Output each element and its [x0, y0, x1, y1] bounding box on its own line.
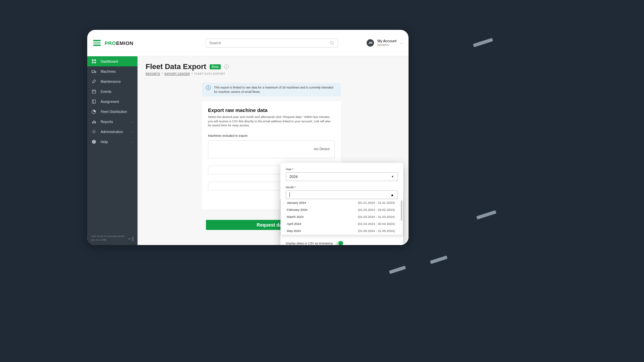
page-title: Fleet Data Export — [146, 62, 206, 71]
svg-point-7 — [92, 72, 93, 73]
gear-icon — [91, 129, 97, 134]
beta-badge: Beta — [210, 64, 221, 69]
breadcrumb-export-center[interactable]: EXPORT CENTER — [164, 72, 190, 75]
account-menu[interactable]: JR My Account fairdemo ⌄ — [367, 39, 402, 47]
svg-point-0 — [330, 41, 333, 44]
breadcrumb-current: FLEET DATA EXPORT — [195, 72, 225, 75]
svg-line-1 — [333, 44, 334, 45]
brand-logo[interactable]: PROEMION — [93, 40, 177, 46]
month-option[interactable]: January 2024(01.01.2024 - 31.01.2024) — [281, 199, 401, 206]
card-description: Select the desired year and month and af… — [208, 115, 335, 128]
top-header: PROEMION JR My Account fairdemo ⌄ — [87, 30, 409, 56]
info-icon: i — [206, 85, 211, 90]
date-selection-popup: Year * 2024 ▼ Month * ▲ January 2024(01.… — [280, 163, 403, 245]
svg-point-18 — [93, 131, 95, 132]
search-icon — [330, 41, 334, 45]
sidebar-item-maintenance[interactable]: Maintenance — [87, 76, 138, 86]
timestamp-toggle-row: Display dates in CSV as timestamp — [286, 235, 398, 245]
chevron-down-icon: ⌄ — [131, 130, 133, 133]
svg-rect-2 — [92, 59, 94, 61]
chevron-down-icon: ⌄ — [131, 140, 133, 143]
svg-rect-13 — [92, 100, 95, 104]
sidebar-item-assignment[interactable]: Assignment — [87, 97, 138, 107]
book-icon — [91, 99, 97, 104]
timestamp-toggle[interactable] — [336, 241, 343, 245]
chevron-down-icon: ⌄ — [400, 41, 402, 45]
month-label: Month * — [286, 186, 398, 189]
account-text: My Account fairdemo — [377, 39, 396, 47]
month-option[interactable]: May 2024(01.05.2024 - 31.05.2024) — [281, 227, 401, 234]
sidebar-item-fleet-distribution[interactable]: Fleet Distribution — [87, 107, 138, 117]
sidebar-item-help[interactable]: i Help ⌄ — [87, 137, 138, 147]
sidebar: Dashboard Machines Maintenance Events As… — [87, 56, 138, 245]
sidebar-footer: Lab mode is currently active pro 11.1.84… — [87, 231, 138, 245]
info-banner: i This export is limited to raw data for… — [202, 83, 341, 97]
application-window: PROEMION JR My Account fairdemo ⌄ Dashbo… — [87, 30, 409, 245]
pie-icon — [91, 109, 97, 114]
sidebar-item-machines[interactable]: Machines — [87, 66, 138, 76]
sidebar-item-label: Dashboard — [101, 59, 118, 63]
svg-rect-4 — [92, 62, 94, 63]
search-field[interactable] — [209, 41, 330, 45]
search-input[interactable] — [206, 39, 338, 48]
svg-point-8 — [95, 72, 95, 73]
chevron-down-icon: ▼ — [391, 175, 394, 178]
info-icon[interactable]: i — [224, 64, 229, 69]
machines-field[interactable]: mo Device — [208, 140, 335, 158]
sidebar-item-events[interactable]: Events — [87, 86, 138, 97]
sidebar-item-label: Administration — [101, 130, 123, 134]
sidebar-item-label: Reports — [101, 120, 113, 124]
svg-rect-5 — [94, 62, 96, 63]
month-option[interactable]: March 2024(01.03.2024 - 31.03.2024) — [281, 213, 401, 220]
brand-text: PROEMION — [105, 40, 133, 46]
machines-label: Machines included in export — [208, 134, 335, 137]
svg-rect-17 — [95, 121, 96, 123]
sidebar-item-dashboard[interactable]: Dashboard — [87, 56, 138, 66]
svg-rect-6 — [92, 70, 95, 72]
sidebar-item-reports[interactable]: Reports ⌄ — [87, 117, 138, 127]
svg-text:i: i — [94, 140, 94, 143]
sidebar-item-administration[interactable]: Administration ⌄ — [87, 127, 138, 137]
sidebar-item-label: Assignment — [101, 100, 119, 104]
month-select[interactable]: ▲ — [286, 190, 398, 199]
month-option[interactable]: April 2024(01.04.2024 - 30.04.2024) — [281, 220, 401, 227]
info-icon: i — [91, 139, 97, 144]
year-label: Year * — [286, 168, 398, 171]
tools-icon — [91, 79, 97, 84]
bars-icon — [91, 119, 97, 124]
sidebar-item-label: Maintenance — [101, 79, 121, 83]
sidebar-item-label: Events — [101, 89, 111, 94]
svg-rect-9 — [92, 90, 96, 93]
svg-rect-3 — [94, 59, 96, 61]
scrollbar[interactable] — [401, 200, 402, 221]
collapse-sidebar-icon[interactable]: ←| — [127, 236, 133, 242]
avatar: JR — [367, 39, 374, 47]
month-dropdown: January 2024(01.01.2024 - 31.01.2024) Fe… — [280, 199, 403, 235]
chevron-up-icon: ▲ — [390, 193, 394, 197]
calendar-icon — [91, 89, 97, 94]
chevron-down-icon: ⌄ — [131, 120, 133, 123]
sidebar-item-label: Machines — [101, 69, 116, 73]
breadcrumb-reports[interactable]: REPORTS — [146, 72, 160, 75]
truck-icon — [91, 69, 97, 74]
svg-rect-15 — [92, 122, 93, 123]
month-option[interactable]: February 2024(01.02.2024 - 29.02.2024) — [281, 206, 401, 213]
logo-bars-icon — [93, 40, 101, 46]
year-select[interactable]: 2024 ▼ — [286, 172, 398, 181]
sidebar-item-label: Help — [101, 140, 108, 144]
grid-icon — [91, 59, 97, 64]
card-heading: Export raw machine data — [208, 107, 335, 113]
sidebar-item-label: Fleet Distribution — [101, 110, 127, 114]
svg-rect-16 — [94, 121, 94, 124]
breadcrumb: REPORTS / EXPORT CENTER / FLEET DATA EXP… — [146, 72, 400, 75]
